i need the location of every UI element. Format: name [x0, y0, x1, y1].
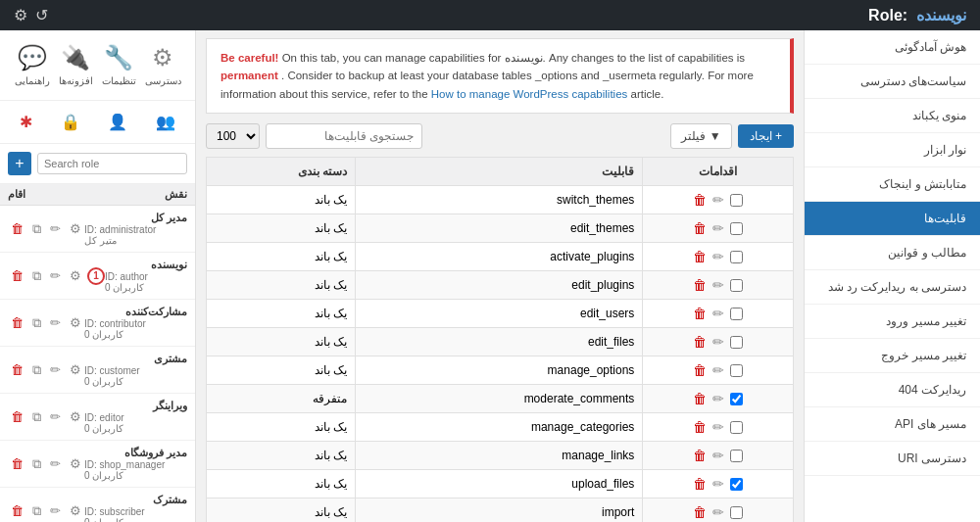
cap-checkbox-2[interactable]	[730, 251, 743, 263]
cap-checkbox-10[interactable]	[730, 478, 743, 491]
cap-checkbox-4[interactable]	[730, 308, 743, 320]
cap-checkbox-11[interactable]	[730, 506, 743, 519]
sidebar-item-0[interactable]: هوش آمادگوئی	[805, 30, 980, 65]
role-gear-1[interactable]: ⚙	[67, 267, 84, 284]
per-page-select[interactable]: 100 50 25	[206, 123, 260, 149]
edit-icon-8[interactable]: ✏	[712, 419, 724, 435]
role-delete-5[interactable]: 🗑	[8, 455, 26, 472]
sidebar-item-7[interactable]: دسترسی به ریدایرکت رد شد	[805, 270, 980, 305]
delete-icon-6[interactable]: 🗑	[693, 362, 707, 378]
role-copy-2[interactable]: ⧉	[29, 314, 44, 332]
delete-icon-4[interactable]: 🗑	[693, 306, 707, 321]
role-delete-1[interactable]: 🗑	[8, 267, 26, 284]
cap-checkbox-7[interactable]	[730, 393, 743, 405]
role-gear-5[interactable]: ⚙	[67, 455, 84, 472]
delete-icon-0[interactable]: 🗑	[693, 192, 707, 208]
role-copy-4[interactable]: ⧉	[29, 408, 44, 426]
role-delete-6[interactable]: 🗑	[8, 502, 26, 519]
delete-icon-3[interactable]: 🗑	[693, 277, 707, 293]
role-edit-3[interactable]: ✏	[47, 361, 64, 378]
sidebar-item-11[interactable]: مسیر های API	[805, 407, 980, 442]
settings-button[interactable]: ⚙	[14, 6, 27, 24]
delete-icon-5[interactable]: 🗑	[693, 334, 707, 350]
role-copy-5[interactable]: ⧉	[29, 455, 44, 473]
edit-icon-9[interactable]: ✏	[712, 448, 724, 463]
sidebar-item-1[interactable]: سیاست‌های دسترسی	[805, 65, 980, 99]
edit-icon-4[interactable]: ✏	[712, 306, 724, 321]
cap-checkbox-8[interactable]	[730, 421, 743, 434]
lock-tab-icon[interactable]: 🔒	[57, 109, 84, 135]
sidebar-item-8[interactable]: تغییر مسیر ورود	[805, 305, 980, 339]
role-edit-4[interactable]: ✏	[47, 408, 64, 425]
sidebar-item-9[interactable]: تغییر مسیر خروج	[805, 339, 980, 373]
delete-icon-11[interactable]: 🗑	[693, 504, 707, 520]
role-gear-4[interactable]: ⚙	[67, 408, 84, 425]
add-role-button[interactable]: +	[8, 152, 31, 175]
filter-button[interactable]: ▼ فیلتر	[670, 123, 731, 149]
role-copy-0[interactable]: ⧉	[29, 220, 44, 238]
role-edit-1[interactable]: ✏	[47, 267, 64, 284]
sidebar-item-5[interactable]: قابلیت‌ها	[805, 202, 980, 236]
search-role-input[interactable]	[37, 153, 187, 174]
role-row-4[interactable]: ویراینگر ID: editor0 کاربران ⚙ ✏ ⧉ 🗑	[0, 394, 195, 441]
cap-checkbox-0[interactable]	[730, 194, 743, 207]
edit-icon-6[interactable]: ✏	[712, 362, 724, 378]
gear-icon[interactable]: ⚙دسترسی	[145, 44, 181, 86]
delete-icon-2[interactable]: 🗑	[693, 249, 707, 264]
delete-icon-7[interactable]: 🗑	[693, 391, 707, 406]
search-input[interactable]	[266, 123, 422, 149]
delete-icon-8[interactable]: 🗑	[693, 419, 707, 435]
role-delete-0[interactable]: 🗑	[8, 220, 26, 237]
role-edit-0[interactable]: ✏	[47, 220, 64, 237]
delete-icon-10[interactable]: 🗑	[693, 476, 707, 492]
refresh-button[interactable]: ↺	[35, 6, 48, 24]
delete-icon-9[interactable]: 🗑	[693, 448, 707, 463]
role-gear-3[interactable]: ⚙	[67, 361, 84, 378]
role-delete-3[interactable]: 🗑	[8, 361, 26, 378]
edit-icon-7[interactable]: ✏	[712, 391, 724, 406]
chat-icon[interactable]: 💬راهنمایی	[15, 44, 50, 86]
role-copy-3[interactable]: ⧉	[29, 361, 44, 379]
role-row-1[interactable]: نویسنده ID: author0 کاربران 1 ⚙ ✏ ⧉ 🗑	[0, 253, 195, 300]
cap-checkbox-6[interactable]	[730, 364, 743, 377]
edit-icon-3[interactable]: ✏	[712, 277, 724, 293]
role-row-0[interactable]: مدیر کل ID: administratorمتیر کل ⚙ ✏ ⧉ 🗑	[0, 206, 195, 253]
edit-icon-2[interactable]: ✏	[712, 249, 724, 264]
cap-checkbox-3[interactable]	[730, 279, 743, 292]
role-copy-6[interactable]: ⧉	[29, 502, 44, 520]
sidebar-item-10[interactable]: ریدایرکت 404	[805, 373, 980, 407]
edit-icon-11[interactable]: ✏	[712, 504, 724, 520]
warning-link[interactable]: How to manage WordPress capabilities	[431, 88, 628, 100]
role-edit-5[interactable]: ✏	[47, 455, 64, 472]
sidebar-item-12[interactable]: دسترسی URI	[805, 442, 980, 476]
user-tab-icon[interactable]: 👤	[104, 109, 131, 135]
role-delete-4[interactable]: 🗑	[8, 408, 26, 425]
people-tab-icon[interactable]: 👥	[152, 109, 179, 135]
role-row-5[interactable]: مدیر فروشگاه ID: shop_manager0 کاربران ⚙…	[0, 441, 195, 488]
edit-icon-0[interactable]: ✏	[712, 192, 724, 208]
role-edit-6[interactable]: ✏	[47, 502, 64, 519]
star-tab-icon[interactable]: ✱	[16, 109, 36, 135]
edit-icon-10[interactable]: ✏	[712, 476, 724, 492]
role-delete-2[interactable]: 🗑	[8, 314, 26, 331]
role-gear-2[interactable]: ⚙	[67, 314, 84, 331]
edit-icon-5[interactable]: ✏	[712, 334, 724, 350]
delete-icon-1[interactable]: 🗑	[693, 220, 707, 236]
role-edit-2[interactable]: ✏	[47, 314, 64, 331]
edit-icon-1[interactable]: ✏	[712, 220, 724, 236]
sidebar-item-6[interactable]: مطالب و قوانین	[805, 236, 980, 270]
create-button[interactable]: + ایجاد	[738, 124, 794, 148]
role-row-6[interactable]: مشترک ID: subscriber0 کاربران ⚙ ✏ ⧉ 🗑	[0, 488, 195, 522]
role-row-3[interactable]: مشتری ID: customer0 کاربران ⚙ ✏ ⧉ 🗑	[0, 347, 195, 394]
wrench-icon[interactable]: 🔧تنظیمات	[102, 44, 136, 86]
plugin-icon[interactable]: 🔌افزونه‌ها	[59, 44, 93, 86]
sidebar-item-2[interactable]: منوی یکباند	[805, 99, 980, 133]
role-gear-0[interactable]: ⚙	[67, 220, 84, 237]
cap-checkbox-5[interactable]	[730, 336, 743, 349]
role-copy-1[interactable]: ⧉	[29, 267, 44, 285]
role-row-2[interactable]: مشارکت‌کننده ID: contributor0 کاربران ⚙ …	[0, 300, 195, 347]
role-gear-6[interactable]: ⚙	[67, 502, 84, 519]
sidebar-item-3[interactable]: نوار ابزار	[805, 133, 980, 167]
cap-checkbox-9[interactable]	[730, 450, 743, 462]
cap-checkbox-1[interactable]	[730, 222, 743, 235]
